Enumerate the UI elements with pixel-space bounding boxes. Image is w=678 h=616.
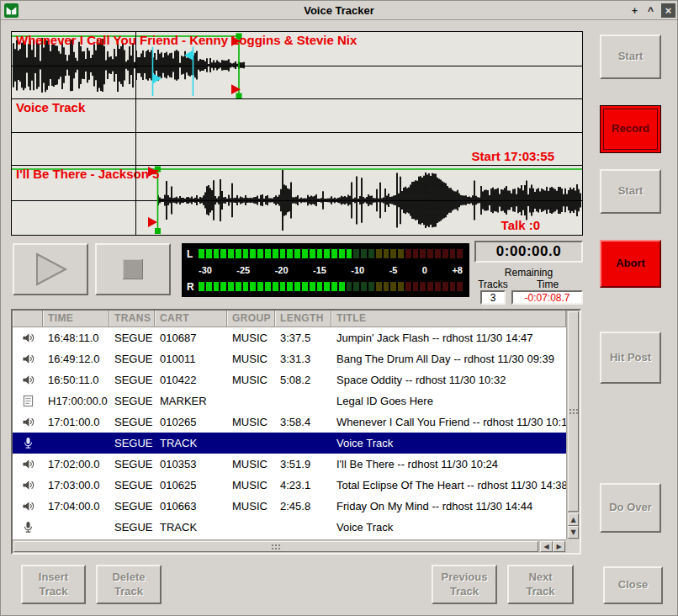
close-window-icon[interactable]: × (661, 3, 675, 18)
stop-button[interactable] (95, 243, 171, 295)
track-panel-2[interactable]: Voice Track Start 17:03:55 (12, 99, 582, 166)
remaining-label: Remaining (474, 267, 583, 279)
vertical-scrollbar[interactable]: ▲ ▼ (566, 311, 580, 539)
cell-cart: 010353 (155, 458, 227, 470)
cell-trans: SEGUE (109, 395, 155, 407)
do-over-button[interactable]: Do Over (600, 483, 661, 533)
log-row[interactable]: 16:50:11.0SEGUE010422MUSIC5:08.2Space Od… (13, 369, 566, 390)
meter-tick: -20 (275, 265, 289, 275)
log-row[interactable]: 16:49:12.0SEGUE010011MUSIC3:31.3Bang The… (13, 348, 566, 369)
cell-length: 3:51.9 (275, 458, 331, 470)
scroll-down-icon[interactable]: ▼ (568, 526, 579, 539)
speaker-icon (13, 479, 43, 491)
track-midline (12, 132, 582, 133)
vertical-scrollbar-thumb[interactable] (568, 311, 579, 512)
cell-title: I'll Be There -- rdhost 11/30 10:24 (331, 458, 566, 470)
play-button[interactable] (13, 243, 88, 295)
cell-time: H17:00:00.0 (43, 395, 109, 407)
log-table: TIME TRANS CART GROUP LENGTH TITLE 16:48… (11, 309, 581, 555)
horizontal-scrollbar[interactable]: ◀ ▶ (13, 539, 566, 553)
log-row[interactable]: SEGUETRACKVoice Track (13, 517, 566, 538)
shade-icon[interactable]: ^ (644, 3, 658, 18)
play-icon (27, 251, 74, 288)
cell-length: 4:23.1 (275, 479, 331, 491)
cell-title: Total Eclipse Of The Heart -- rdhost 11/… (331, 479, 566, 491)
cell-trans: SEGUE (109, 521, 155, 534)
scroll-up-icon[interactable]: ▲ (568, 513, 579, 526)
track-panel-1[interactable]: Whenever I Call You Friend - Kenny Loggi… (12, 32, 582, 99)
meter-tick: -15 (313, 265, 326, 275)
cell-cart: 010663 (155, 500, 227, 512)
meter-tick: 0 (422, 265, 427, 275)
header-icon-column (13, 311, 43, 327)
log-row[interactable]: 16:48:11.0SEGUE010687MUSIC3:37.5Jumpin' … (13, 327, 566, 348)
start-time-annotation: Start 17:03:55 (472, 149, 554, 163)
thumb-grip (569, 408, 578, 415)
log-row[interactable]: 17:01:00.0SEGUE010265MUSIC3:58.4Whenever… (13, 412, 566, 433)
cell-group: MUSIC (227, 500, 275, 512)
log-row[interactable]: 17:03:00.0SEGUE010625MUSIC4:23.1Total Ec… (13, 475, 566, 496)
close-button[interactable]: Close (603, 566, 663, 604)
log-row[interactable]: H17:00:00.0SEGUEMARKERLegal ID Goes Here (13, 390, 566, 412)
abort-button[interactable]: Abort (600, 240, 661, 288)
cell-trans: SEGUE (109, 437, 155, 449)
scroll-left-icon[interactable]: ◀ (540, 541, 553, 552)
previous-track-button[interactable]: Previous Track (432, 565, 497, 604)
log-header: TIME TRANS CART GROUP LENGTH TITLE (13, 311, 566, 327)
log-row[interactable]: 17:02:00.0SEGUE010353MUSIC3:51.9I'll Be … (13, 454, 566, 475)
cell-length: 3:37.5 (275, 332, 331, 344)
meter-tick: -10 (351, 265, 364, 275)
cell-time: 17:04:00.0 (43, 500, 109, 512)
speaker-icon (13, 332, 43, 344)
hit-post-button[interactable]: Hit Post (600, 332, 661, 384)
cell-trans: SEGUE (109, 458, 155, 470)
insert-track-button[interactable]: Insert Track (21, 565, 86, 604)
speaker-icon (13, 374, 43, 386)
cell-time: 16:48:11.0 (43, 332, 109, 344)
log-row[interactable]: 17:04:00.0SEGUE010663MUSIC2:45.8Friday O… (13, 496, 566, 517)
meter-left-bar (199, 249, 463, 258)
cell-group: MUSIC (227, 332, 275, 344)
track-1-title: Whenever I Call You Friend - Kenny Loggi… (16, 33, 357, 47)
start-button-2[interactable]: Start (600, 169, 661, 214)
cell-trans: SEGUE (109, 416, 155, 428)
next-track-button[interactable]: Next Track (507, 565, 574, 604)
cell-title: Space Oddity -- rdhost 11/30 10:32 (331, 374, 566, 386)
meter-left-label: L (187, 248, 199, 260)
titlebar[interactable]: Voice Tracker + ^ × (1, 1, 677, 20)
record-button[interactable]: Record (600, 105, 661, 153)
waveform-editor[interactable]: Whenever I Call You Friend - Kenny Loggi… (11, 31, 583, 236)
cell-length: 2:45.8 (275, 500, 331, 512)
cell-group: MUSIC (227, 458, 275, 470)
log-row[interactable]: SEGUETRACKVoice Track (13, 433, 566, 454)
track-panel-3[interactable]: I'll Be There - Jackson 5 Talk :0 (12, 166, 582, 235)
meter-tick: +8 (452, 265, 463, 275)
meter-tick: -30 (199, 265, 212, 275)
meter-scale: -30-25-20-15-10-50+8 (199, 265, 463, 276)
remaining-tracks-label: Tracks (468, 279, 518, 290)
remaining-time-value: -0:07:08.7 (511, 290, 583, 305)
remaining-time-label: Time (522, 279, 573, 290)
scroll-right-icon[interactable]: ▶ (553, 541, 565, 552)
start-button-1[interactable]: Start (600, 35, 661, 79)
cell-length: 5:08.2 (275, 374, 331, 386)
window-title: Voice Tracker (1, 4, 677, 17)
mic-icon (13, 521, 43, 534)
cell-title: Legal ID Goes Here (331, 395, 566, 407)
cell-time: 17:03:00.0 (43, 479, 109, 491)
cell-trans: SEGUE (109, 479, 155, 491)
cell-time: 16:50:11.0 (43, 374, 109, 386)
header-length: LENGTH (275, 311, 331, 327)
stop-icon (123, 259, 143, 279)
cell-time: 17:01:00.0 (43, 416, 109, 428)
delete-track-button[interactable]: Delete Track (96, 565, 162, 604)
horizontal-scrollbar-thumb[interactable] (13, 541, 538, 552)
header-time: TIME (43, 311, 109, 327)
cell-cart: TRACK (155, 521, 227, 534)
meter-tick: -5 (389, 265, 398, 275)
log-rows: 16:48:11.0SEGUE010687MUSIC3:37.5Jumpin' … (13, 327, 566, 539)
speaker-icon (13, 458, 43, 470)
pin-icon[interactable]: + (628, 3, 642, 18)
speaker-icon (13, 353, 43, 365)
cell-length: 3:31.3 (275, 353, 331, 365)
